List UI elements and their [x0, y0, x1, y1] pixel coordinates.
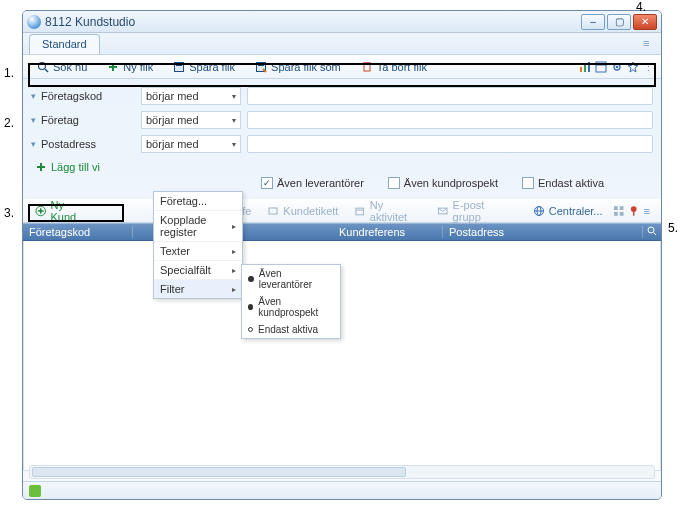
checkbox-icon — [388, 177, 400, 189]
ctx-item-filter[interactable]: Filter▸ — [154, 280, 242, 298]
annotation-1: 1. — [4, 66, 14, 80]
tabbar-menu-icon[interactable]: ≡ — [643, 37, 655, 49]
chevron-down-icon[interactable]: ▾ — [31, 91, 41, 101]
caret-down-icon: ▾ — [232, 116, 236, 125]
gear-icon[interactable] — [611, 61, 623, 73]
new-customer-label: Ny Kund — [50, 199, 90, 223]
grid-col-header[interactable]: Postadress — [443, 226, 643, 238]
svg-rect-9 — [364, 63, 370, 71]
toolbar-main: Sök nu Ny flik Spara flik Spara flik som… — [23, 55, 661, 79]
kundetikett-label: Kundetikett — [283, 205, 338, 217]
app-window: 8112 Kundstudio – ▢ ✕ Standard ≡ Sök nu … — [22, 10, 662, 500]
new-tab-button[interactable]: Ny flik — [99, 59, 161, 75]
epost-grupp-button[interactable]: E-post grupp — [431, 197, 519, 225]
grid-body[interactable] — [23, 241, 661, 471]
svg-rect-32 — [619, 206, 623, 210]
pin-icon[interactable] — [628, 205, 639, 217]
sub-item-kundprospekt[interactable]: Även kundprospekt — [242, 293, 340, 321]
search-label: Sök nu — [53, 61, 87, 73]
context-menu: Företag... Kopplade register▸ Texter▸ Sp… — [153, 191, 243, 299]
minimize-button[interactable]: – — [581, 14, 605, 30]
add-condition-button[interactable]: Lägg till vi — [31, 157, 653, 175]
criteria-field-label: Postadress — [41, 138, 141, 150]
svg-point-0 — [39, 62, 46, 69]
check-kundprospekt[interactable]: Även kundprospekt — [388, 177, 498, 189]
centraler-button[interactable]: Centraler... — [527, 203, 609, 219]
tab-standard[interactable]: Standard — [29, 34, 100, 54]
search-now-button[interactable]: Sök nu — [29, 59, 95, 75]
svg-point-17 — [616, 65, 619, 68]
criteria-operator-select[interactable]: börjar med ▾ — [141, 135, 241, 153]
close-button[interactable]: ✕ — [633, 14, 657, 30]
save-tab-as-button[interactable]: Spara flik som — [247, 59, 349, 75]
criteria-field-label: Företag — [41, 114, 141, 126]
criteria-value-input[interactable] — [247, 135, 653, 153]
svg-marker-18 — [628, 62, 638, 72]
svg-line-38 — [654, 233, 657, 236]
grid-header: Företagskod Kundreferens Postadress — [23, 223, 661, 241]
save-tab-button[interactable]: Spara flik — [165, 59, 243, 75]
context-submenu-filter: Även leverantörer Även kundprospekt Enda… — [241, 264, 341, 339]
check-label: Även kundprospekt — [404, 177, 498, 189]
column-search-icon[interactable] — [646, 225, 658, 237]
save-as-icon — [255, 61, 267, 73]
svg-rect-13 — [588, 62, 590, 72]
svg-rect-11 — [580, 67, 582, 72]
chevron-down-icon[interactable]: ▾ — [31, 139, 41, 149]
svg-rect-14 — [596, 62, 606, 72]
sub-item-leverantorer[interactable]: Även leverantörer — [242, 265, 340, 293]
ny-aktivitet-button[interactable]: Ny aktivitet — [348, 197, 427, 225]
svg-rect-31 — [614, 206, 618, 210]
star-icon[interactable] — [627, 61, 639, 73]
svg-rect-24 — [269, 208, 277, 214]
svg-rect-12 — [584, 64, 586, 72]
delete-tab-button[interactable]: Ta bort flik — [353, 59, 435, 75]
grid-view-icon[interactable] — [613, 205, 624, 217]
kundetikett-button[interactable]: Kundetikett — [261, 203, 344, 219]
new-customer-button[interactable]: Ny Kund — [29, 197, 97, 225]
statusbar — [23, 481, 661, 499]
criteria-value-input[interactable] — [247, 87, 653, 105]
ctx-label: Texter — [160, 245, 190, 257]
horizontal-scrollbar[interactable] — [29, 465, 655, 479]
add-condition-label: Lägg till vi — [51, 161, 100, 173]
bar-chart-icon[interactable] — [579, 61, 591, 73]
ctx-item-texter[interactable]: Texter▸ — [154, 242, 242, 261]
radio-unchecked-icon — [248, 327, 253, 332]
ctx-label: Företag... — [160, 195, 207, 207]
criteria-operator-select[interactable]: börjar med ▾ — [141, 111, 241, 129]
annotation-3: 3. — [4, 206, 14, 220]
window-controls: – ▢ ✕ — [581, 14, 657, 30]
ctx-item-kopplade-register[interactable]: Kopplade register▸ — [154, 211, 242, 242]
search-criteria-panel: ▾ Företagskod börjar med ▾ ▾ Företag bör… — [23, 79, 661, 199]
scrollbar-thumb[interactable] — [32, 467, 406, 477]
ctx-item-specialfalt[interactable]: Specialfält▸ — [154, 261, 242, 280]
layout-icon[interactable] — [595, 61, 607, 73]
tab-label: Standard — [42, 38, 87, 50]
delete-icon — [361, 61, 373, 73]
sub-item-endast-aktiva[interactable]: Endast aktiva — [242, 321, 340, 338]
criteria-operator-value: börjar med — [146, 90, 199, 102]
caret-down-icon: ▾ — [232, 92, 236, 101]
maximize-button[interactable]: ▢ — [607, 14, 631, 30]
window-title: 8112 Kundstudio — [45, 15, 581, 29]
grid-col-header[interactable]: Kundreferens — [333, 226, 443, 238]
overflow-icon[interactable]: ≡ — [644, 205, 655, 217]
globe-icon — [533, 205, 545, 217]
ctx-item-foretag[interactable]: Företag... — [154, 192, 242, 211]
svg-rect-25 — [356, 208, 364, 215]
criteria-value-input[interactable] — [247, 111, 653, 129]
col-label: Företagskod — [29, 226, 90, 238]
criteria-operator-select[interactable]: börjar med ▾ — [141, 87, 241, 105]
check-leverantorer[interactable]: ✓ Även leverantörer — [261, 177, 364, 189]
grid-col-header[interactable]: Företagskod — [23, 226, 133, 238]
overflow-icon[interactable]: ⋮ — [643, 61, 655, 73]
criteria-row: ▾ Företagskod börjar med ▾ — [31, 85, 653, 107]
checkbox-icon — [522, 177, 534, 189]
check-endast-aktiva[interactable]: Endast aktiva — [522, 177, 604, 189]
chevron-down-icon[interactable]: ▾ — [31, 115, 41, 125]
chevron-right-icon: ▸ — [232, 247, 236, 256]
check-label: Även leverantörer — [277, 177, 364, 189]
label-icon — [267, 205, 279, 217]
app-icon — [27, 15, 41, 29]
